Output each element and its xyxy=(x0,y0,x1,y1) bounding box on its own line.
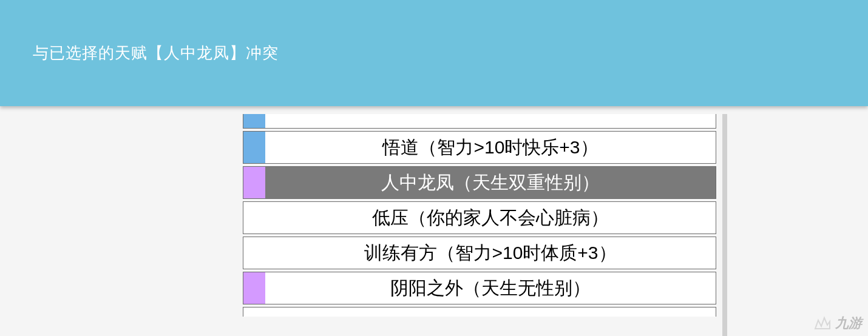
talent-content xyxy=(265,307,716,317)
talent-content: 阴阳之外（天生无性别） xyxy=(265,272,716,304)
talent-content: 悟道（智力>10时快乐+3） xyxy=(265,132,716,163)
talent-label: 训练有方（智力>10时体质+3） xyxy=(364,241,616,266)
rarity-indicator xyxy=(243,272,265,304)
talent-content: 平安童年（12岁前父母都健在） xyxy=(265,114,716,128)
talent-row[interactable]: 低压（你的家人不会心脏病） xyxy=(243,201,716,234)
talent-list: 平安童年（12岁前父母都健在） 悟道（智力>10时快乐+3） 人中龙凤（天生双重… xyxy=(243,114,716,319)
talent-content: 人中龙凤（天生双重性别） xyxy=(265,167,716,198)
talent-row[interactable]: 悟道（智力>10时快乐+3） xyxy=(243,131,716,164)
talent-label: 悟道（智力>10时快乐+3） xyxy=(382,135,598,160)
banner-message: 与已选择的天赋【人中龙凤】冲突 xyxy=(33,42,279,64)
watermark-text: 九游 xyxy=(835,314,862,332)
talent-label: 人中龙凤（天生双重性别） xyxy=(381,170,600,195)
watermark-logo-icon xyxy=(813,315,832,331)
talent-label: 低压（你的家人不会心脏病） xyxy=(372,206,609,230)
talent-row[interactable] xyxy=(243,307,716,317)
rarity-indicator xyxy=(243,167,265,198)
rarity-indicator xyxy=(243,307,265,317)
talent-row[interactable]: 阴阳之外（天生无性别） xyxy=(243,272,716,304)
talent-content: 低压（你的家人不会心脏病） xyxy=(265,202,716,234)
talent-row[interactable]: 人中龙凤（天生双重性别） xyxy=(243,166,716,199)
rarity-indicator xyxy=(243,114,265,128)
talent-label: 阴阳之外（天生无性别） xyxy=(390,276,591,301)
rarity-indicator xyxy=(243,132,265,163)
scrollbar[interactable] xyxy=(722,114,727,336)
talent-row[interactable]: 训练有方（智力>10时体质+3） xyxy=(243,237,716,269)
talent-content: 训练有方（智力>10时体质+3） xyxy=(265,237,716,269)
rarity-indicator xyxy=(243,237,265,269)
talent-row[interactable]: 平安童年（12岁前父母都健在） xyxy=(243,114,716,129)
watermark: 九游 xyxy=(813,314,862,332)
rarity-indicator xyxy=(243,202,265,234)
conflict-banner: 与已选择的天赋【人中龙凤】冲突 xyxy=(0,0,868,106)
